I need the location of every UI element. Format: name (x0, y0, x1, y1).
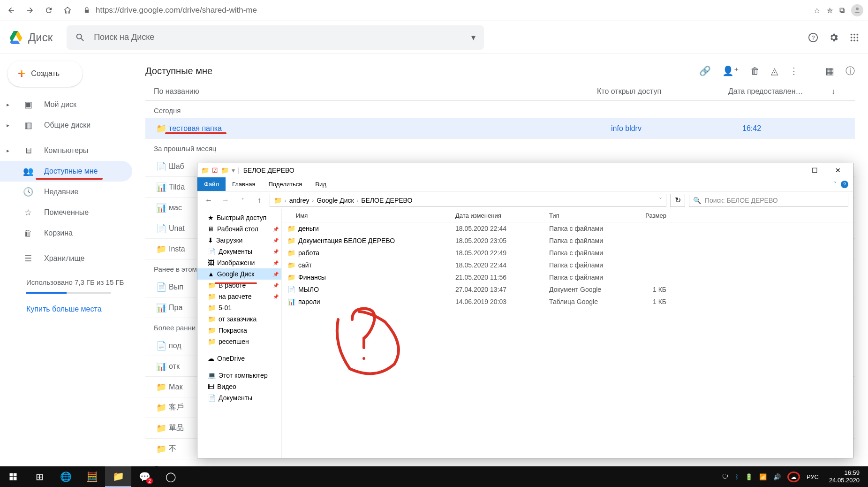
section-today: Сегодня (145, 101, 855, 118)
ribbon-help-icon[interactable]: ? (841, 181, 848, 188)
svg-point-6 (851, 37, 853, 38)
tree-item[interactable]: 📁от заказчика (197, 313, 281, 325)
profile-avatar[interactable] (851, 4, 863, 16)
explorer-search[interactable]: 🔍 Поиск: БЕЛОЕ ДЕРЕВО (689, 194, 848, 207)
tray-bluetooth-icon[interactable]: ᛒ (735, 473, 739, 480)
tray-language[interactable]: РУС (807, 473, 819, 480)
tree-item[interactable]: 📁В работе (197, 280, 281, 291)
back-button[interactable] (5, 4, 18, 17)
share-icon[interactable]: 👤⁺ (722, 65, 739, 76)
explorer-up[interactable]: ↑ (253, 194, 266, 207)
explorer-row[interactable]: 📁работа18.05.2020 22:49Папка с файлами (282, 247, 853, 259)
explorer-refresh[interactable]: ↻ (670, 194, 685, 207)
col-date[interactable]: Дата изменения (455, 212, 549, 219)
forward-button[interactable] (23, 4, 37, 17)
tree-item[interactable]: 📁Покраска (197, 325, 281, 336)
col-name[interactable]: Имя (282, 212, 455, 219)
explorer-recent-dropdown[interactable]: ˅ (236, 194, 249, 207)
sidebar-shared-drives[interactable]: ▸▥Общие диски (0, 115, 132, 136)
explorer-row[interactable]: 📁деньги18.05.2020 22:44Папка с файлами (282, 222, 853, 235)
col-date[interactable]: Дата предоставлен… (728, 87, 831, 96)
explorer-titlebar[interactable]: 📁 ☑ 📁 ▾ | БЕЛОЕ ДЕРЕВО — ☐ ✕ (197, 163, 853, 177)
ribbon-home[interactable]: Главная (226, 177, 262, 191)
tree-item[interactable]: 📄Документы (197, 246, 281, 257)
explorer-row[interactable]: 📁сайт18.05.2020 22:44Папка с файлами (282, 259, 853, 271)
explorer-taskbar-icon[interactable]: 📁 (105, 466, 131, 487)
apps-icon[interactable] (849, 32, 860, 43)
ribbon-share[interactable]: Поделиться (262, 177, 309, 191)
link-icon[interactable]: 🔗 (699, 65, 711, 76)
calculator-taskbar-icon[interactable]: 🧮 (79, 466, 105, 487)
explorer-row[interactable]: 📊пароли14.06.2019 20:03Таблица Google1 К… (282, 296, 853, 308)
tray-cloud-sync-icon[interactable]: ☁ (787, 472, 800, 482)
tray-network-icon[interactable]: 📶 (759, 473, 767, 480)
tree-item[interactable]: 🖼Изображени (197, 257, 281, 268)
sidebar-trash[interactable]: 🗑Корзина (0, 223, 132, 244)
whatsapp-taskbar-icon[interactable]: 💬2 (131, 466, 158, 487)
sidebar-starred[interactable]: ☆Помеченные (0, 202, 132, 223)
search-dropdown-icon[interactable]: ▾ (471, 32, 476, 43)
tree-item[interactable]: 📁5-01 (197, 302, 281, 313)
search-box[interactable]: Поиск на Диске ▾ (67, 25, 484, 50)
tray-clock[interactable]: 16:59 24.05.2020 (825, 469, 863, 484)
sidebar-computers[interactable]: ▸🖥Компьютеры (0, 140, 132, 161)
star-outline-icon[interactable]: ☆ (814, 6, 820, 15)
explorer-breadcrumb[interactable]: 📁› andrey› Google Диск› БЕЛОЕ ДЕРЕВО ˅ (270, 194, 666, 207)
grid-view-icon[interactable]: ▦ (825, 65, 834, 76)
refresh-button[interactable] (42, 4, 55, 17)
col-size[interactable]: Размер (629, 212, 676, 219)
explorer-forward[interactable]: → (219, 194, 232, 207)
sidebar-my-drive[interactable]: ▸▣Мой диск (0, 94, 132, 115)
tray-battery-icon[interactable]: 🔋 (745, 473, 753, 480)
task-view-button[interactable]: ⊞ (26, 466, 53, 487)
sort-icon[interactable]: ↓ (831, 87, 845, 96)
address-bar[interactable]: https://drive.google.com/drive/shared-wi… (96, 6, 808, 15)
home-button[interactable] (61, 4, 74, 17)
sidebar-storage[interactable]: ☰Хранилище (0, 248, 132, 269)
drive-logo[interactable]: Диск (8, 31, 53, 44)
tree-item[interactable]: 📄Документы (197, 392, 281, 403)
explorer-back[interactable]: ← (202, 194, 215, 207)
tree-item[interactable]: 🖥Рабочий стол (197, 223, 281, 235)
start-button[interactable] (0, 466, 26, 487)
file-row-test-folder[interactable]: 📁 тестовая папка info bldrv 16:42 (145, 118, 855, 139)
delete-icon[interactable]: 🗑 (750, 66, 760, 76)
ribbon-expand-icon[interactable]: ˅ (834, 181, 837, 188)
app-taskbar-icon[interactable]: ◯ (158, 466, 184, 487)
col-shared-by[interactable]: Кто открыл доступ (597, 87, 728, 96)
col-name[interactable]: По названию (145, 87, 597, 96)
tray-security-icon[interactable]: 🛡 (722, 473, 728, 480)
explorer-row[interactable]: 📁Документация БЕЛОЕ ДЕРЕВО18.05.2020 23:… (282, 235, 853, 247)
buy-storage-link[interactable]: Купить больше места (26, 305, 128, 313)
tree-item[interactable]: ★Быстрый доступ (197, 212, 281, 223)
tree-item[interactable]: 📁ресепшен (197, 336, 281, 347)
explorer-row[interactable]: 📁Финансы21.05.2020 11:56Папка с файлами (282, 271, 853, 283)
tree-item[interactable]: 🎞Видео (197, 381, 281, 392)
settings-icon[interactable] (829, 32, 839, 43)
tray-volume-icon[interactable]: 🔊 (773, 473, 781, 480)
tree-item[interactable]: ☁OneDrive (197, 353, 281, 364)
tree-item[interactable]: ⬇Загрузки (197, 235, 281, 246)
edge-taskbar-icon[interactable]: 🌐 (53, 466, 79, 487)
add-to-drive-icon[interactable]: ◬ (771, 65, 778, 76)
tree-item[interactable]: 💻Этот компьютер (197, 370, 281, 381)
maximize-button[interactable]: ☐ (803, 164, 826, 177)
info-icon[interactable]: ⓘ (845, 65, 855, 77)
more-icon[interactable]: ⋮ (789, 65, 799, 76)
svg-point-10 (853, 39, 855, 41)
tree-item[interactable]: ▲Google Диск (197, 268, 281, 280)
sidebar-shared-with-me[interactable]: 👥Доступные мне (0, 161, 132, 182)
collections-icon[interactable]: ⧉ (839, 6, 845, 15)
explorer-row[interactable]: 📄МЫЛО27.04.2020 13:47Документ Google1 КБ (282, 283, 853, 296)
create-button[interactable]: + Создать (8, 61, 83, 87)
sidebar-recent[interactable]: 🕓Недавние (0, 182, 132, 202)
ribbon-view[interactable]: Вид (309, 177, 333, 191)
help-icon[interactable]: ? (808, 32, 818, 43)
ribbon-file[interactable]: Файл (197, 177, 226, 191)
breadcrumb-dropdown-icon[interactable]: ˅ (659, 197, 662, 204)
tree-item[interactable]: 📁на расчете (197, 291, 281, 302)
col-type[interactable]: Тип (549, 212, 629, 219)
minimize-button[interactable]: — (780, 164, 802, 177)
close-button[interactable]: ✕ (827, 164, 849, 177)
favorites-icon[interactable]: ✮ (827, 6, 833, 15)
